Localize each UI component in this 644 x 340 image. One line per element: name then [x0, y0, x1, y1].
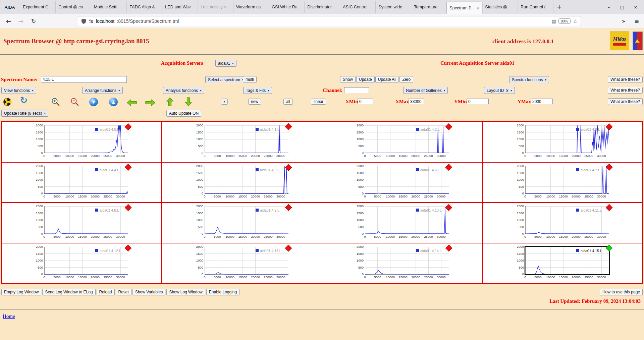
spectrum-cell-aida01-4-15-L[interactable]: 0500100015002000050001000015000200002500…	[482, 243, 643, 284]
update-button[interactable]: Update	[356, 76, 375, 83]
number-of-galleries-select[interactable]: Number of Galleries ▾	[403, 87, 448, 94]
select-a-spectrum-select[interactable]: Select a spectrum ▾	[205, 76, 247, 83]
spectrum-cell-aida01-4-6-L[interactable]: 0500100015002000050001000015000200002500…	[322, 162, 482, 203]
overflow-menu-icon[interactable]: »	[619, 16, 628, 26]
minimize-button[interactable]: –	[603, 5, 614, 10]
spectrum-cell-aida01-4-9-L[interactable]: 0500100015002000050001000015000200002500…	[162, 203, 322, 243]
spectrum-cell-aida01-4-10-L[interactable]: 0500100015002000050001000015000200002500…	[322, 203, 482, 243]
green-up-arrow-icon[interactable]	[166, 97, 173, 106]
tab[interactable]: Temperature	[411, 1, 447, 13]
new-tab-button[interactable]: +	[553, 4, 565, 10]
spectrum-cell-aida01-4-0-L[interactable]: 0500100015002000050001000015000200002500…	[1, 122, 162, 162]
acquisition-server-select[interactable]: aida01 ▾	[215, 60, 236, 67]
new-button[interactable]: new	[248, 99, 261, 105]
spectrum-status-diamond-icon[interactable]	[445, 204, 452, 211]
spectrum-status-diamond-icon[interactable]	[125, 245, 131, 251]
green-right-arrow-icon[interactable]	[145, 99, 155, 106]
footer-button-reset[interactable]: Reset	[116, 289, 131, 295]
spectrum-cell-aida01-4-8-L[interactable]: 0500100015002000050001000015000200002500…	[1, 203, 162, 243]
auto-update-button[interactable]: Auto Update ON	[166, 110, 201, 117]
reload-button[interactable]: ↻	[29, 16, 38, 26]
refresh-icon[interactable]: ↻	[20, 95, 28, 105]
tab[interactable]: Control @ ca	[56, 1, 91, 13]
footer-button-show-variables[interactable]: Show Variables	[132, 289, 166, 295]
spectrum-cell-aida01-4-4-L[interactable]: 0500100015002000050001000015000200002500…	[1, 162, 162, 203]
all-button[interactable]: all	[283, 99, 293, 105]
ymax-input[interactable]	[531, 99, 553, 104]
tab[interactable]: Lost activity n	[198, 1, 233, 13]
spectrum-name-input[interactable]	[41, 76, 127, 83]
zero-button[interactable]: Zero	[399, 76, 413, 83]
home-link[interactable]: Home	[3, 314, 15, 319]
update-all-button[interactable]: Update All	[375, 76, 399, 83]
zoom-in-icon[interactable]	[51, 97, 60, 106]
xmin-input[interactable]	[358, 99, 373, 104]
footer-button-empty-log-window[interactable]: Empty Log Window	[1, 289, 41, 295]
spectrum-status-diamond-icon[interactable]	[285, 164, 292, 171]
tab[interactable]: GSI White Ra	[269, 1, 305, 13]
view-functions-select[interactable]: View functions ▾	[1, 87, 36, 94]
gallery-down-icon[interactable]: ▼	[89, 98, 98, 106]
spectrum-status-diamond-icon[interactable]	[445, 245, 452, 251]
what-are-these-button-1[interactable]: What are these?	[608, 76, 643, 83]
tab[interactable]: LED and Wav	[162, 1, 198, 13]
arrange-functions-select[interactable]: Arrange functions ▾	[82, 87, 123, 94]
tab[interactable]: Waveform ca	[233, 1, 269, 13]
zoom-out-icon[interactable]	[70, 97, 79, 106]
maximize-button[interactable]: □	[616, 5, 628, 10]
layout-id-select[interactable]: Layout ID=8 ▾	[484, 87, 515, 94]
tab[interactable]: System wide	[376, 1, 411, 13]
spectrum-cell-aida01-4-7-L[interactable]: 0500100015002000050001000015000200002500…	[482, 162, 643, 203]
tab-close-icon[interactable]: ×	[476, 6, 480, 11]
what-are-these-button-3[interactable]: What are these?	[608, 98, 643, 105]
multi-button[interactable]: multi	[243, 76, 257, 83]
spectrum-cell-aida01-4-5-L[interactable]: 0500100015002000050001000015000200002500…	[162, 162, 322, 203]
spectrum-status-diamond-icon[interactable]	[445, 123, 452, 130]
show-button[interactable]: Show	[340, 76, 356, 83]
spectrum-status-diamond-icon[interactable]	[285, 123, 292, 130]
what-are-these-button-2[interactable]: What are these?	[608, 87, 643, 94]
spectra-functions-select[interactable]: Spectra functions ▾	[509, 76, 549, 83]
spectrum-status-diamond-icon[interactable]	[125, 164, 131, 171]
spectrum-cell-aida01-4-2-L[interactable]: 0500100015002000050001000015000200002500…	[322, 122, 482, 162]
x-button[interactable]: x	[221, 99, 228, 105]
tab[interactable]: Experiment C	[20, 1, 56, 13]
spectrum-status-diamond-icon[interactable]	[606, 164, 612, 171]
gallery-up-icon[interactable]: ▲	[109, 98, 118, 106]
analysis-functions-select[interactable]: Analysis functions ▾	[163, 87, 204, 94]
green-down-arrow-icon[interactable]	[185, 97, 192, 106]
footer-button-show-log-window[interactable]: Show Log Window	[166, 289, 205, 295]
forward-button[interactable]: →	[16, 16, 25, 26]
radiation-icon[interactable]	[3, 98, 11, 106]
green-left-arrow-icon[interactable]	[127, 99, 137, 106]
tags-fits-select[interactable]: Tags & Fits ▾	[243, 87, 272, 94]
tab[interactable]: FADC Align &	[127, 1, 162, 13]
footer-button-enable-logging[interactable]: Enable Logging	[206, 289, 239, 295]
linear-button[interactable]: linear	[311, 99, 326, 105]
spectrum-status-diamond-icon[interactable]	[125, 204, 131, 211]
spectrum-cell-aida01-4-11-L[interactable]: 0500100015002000050001000015000200002500…	[482, 203, 643, 243]
app-menu-button[interactable]: ≡	[632, 16, 641, 26]
tab-active[interactable]: Spectrum B×	[447, 2, 482, 14]
how-to-button[interactable]: How to use this page	[600, 289, 643, 295]
xmax-input[interactable]	[409, 99, 424, 104]
spectrum-status-diamond-icon[interactable]	[285, 204, 292, 211]
ymin-input[interactable]	[467, 99, 489, 104]
spectrum-status-diamond-icon[interactable]	[606, 204, 612, 211]
spectrum-cell-aida01-4-12-L[interactable]: 0500100015002000050001000015000200002500…	[1, 243, 162, 284]
channel-input[interactable]	[344, 87, 369, 93]
footer-button-reload[interactable]: Reload	[97, 289, 115, 295]
tab[interactable]: ASIC Control	[340, 1, 376, 13]
spectrum-cell-aida01-4-1-L[interactable]: 0500100015002000050001000015000200002500…	[162, 122, 322, 162]
tab[interactable]: Statistics @	[482, 1, 518, 13]
url-bar[interactable]: localhost :8015/Spectrum/Spectrum.tml ▤ …	[78, 16, 581, 26]
update-rate-select[interactable]: Update Rate (8 secs) ▾	[1, 110, 48, 117]
reader-mode-icon[interactable]: ▤	[551, 18, 556, 24]
spectrum-status-diamond-icon[interactable]	[125, 123, 131, 130]
spectrum-status-diamond-icon[interactable]	[606, 245, 612, 251]
zoom-badge[interactable]: 80%	[558, 18, 571, 24]
tab[interactable]: Module Setti	[91, 1, 127, 13]
bookmark-star-icon[interactable]: ☆	[573, 18, 578, 24]
spectrum-status-diamond-icon[interactable]	[285, 245, 292, 251]
spectrum-status-diamond-icon[interactable]	[606, 123, 612, 130]
